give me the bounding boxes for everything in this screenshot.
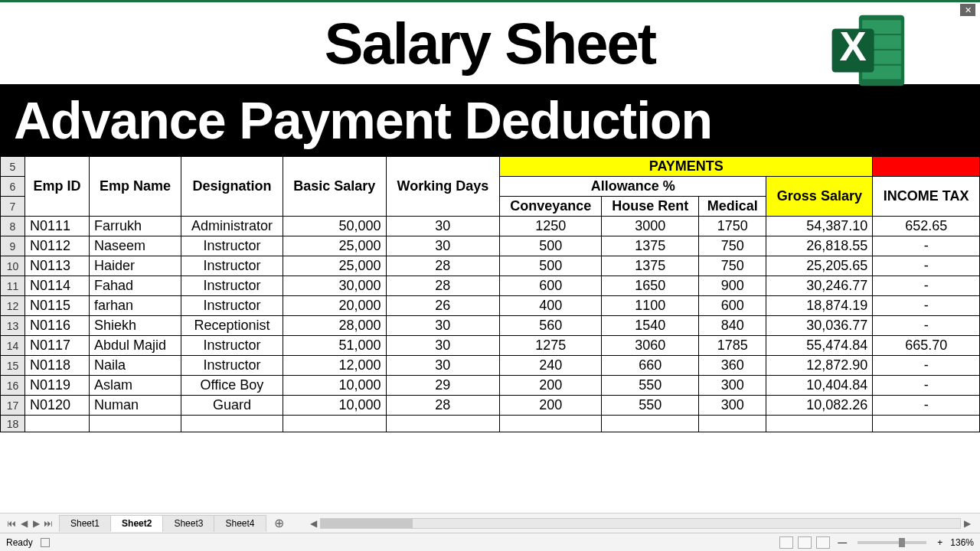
cell-house-rent[interactable]: 3060 (602, 336, 699, 356)
cell-designation[interactable]: Office Boy (181, 376, 283, 396)
cell-emp-name[interactable]: Farrukh (89, 217, 181, 236)
horizontal-scrollbar[interactable]: ◀ ▶ (307, 518, 975, 529)
red-header-cell[interactable] (873, 157, 980, 177)
cell-basic-salary[interactable]: 10,000 (283, 376, 386, 396)
cell-emp-name[interactable]: Naseem (89, 236, 181, 256)
cell-gross-salary[interactable]: 30,036.77 (766, 316, 873, 336)
cell-working-days[interactable]: 30 (386, 356, 500, 376)
cell-working-days[interactable]: 28 (386, 396, 500, 416)
cell-house-rent[interactable]: 660 (602, 356, 699, 376)
col-allowance[interactable]: Allowance % (500, 177, 766, 197)
macro-record-icon[interactable] (41, 538, 50, 547)
table-row[interactable]: 14N0117Abdul MajidInstructor51,000301275… (1, 336, 980, 356)
cell-gross-salary[interactable]: 55,474.84 (766, 336, 873, 356)
cell-designation[interactable]: Instructor (181, 236, 283, 256)
cell-conveyance[interactable]: 240 (500, 356, 602, 376)
cell-basic-salary[interactable]: 50,000 (283, 217, 386, 236)
cell-conveyance[interactable]: 600 (500, 276, 602, 296)
cell-medical[interactable]: 300 (698, 376, 766, 396)
cell-income-tax[interactable]: - (873, 396, 980, 416)
table-row[interactable]: 9N0112NaseemInstructor25,000305001375750… (1, 236, 980, 256)
cell-working-days[interactable]: 30 (386, 236, 500, 256)
cell-emp-id[interactable]: N0113 (25, 256, 90, 276)
view-page-layout-button[interactable] (798, 536, 812, 549)
row-number[interactable]: 16 (1, 376, 25, 396)
cell-basic-salary[interactable]: 28,000 (283, 316, 386, 336)
cell-emp-id[interactable]: N0118 (25, 356, 90, 376)
scroll-left-icon[interactable]: ◀ (307, 518, 320, 529)
zoom-slider[interactable] (858, 541, 926, 544)
scroll-thumb[interactable] (321, 519, 413, 528)
tab-sheet4[interactable]: Sheet4 (214, 515, 266, 532)
cell-conveyance[interactable]: 500 (500, 236, 602, 256)
cell-emp-name[interactable]: Naila (89, 356, 181, 376)
cell-emp-name[interactable]: Fahad (89, 276, 181, 296)
table-row[interactable]: 17N0120NumanGuard10,0002820055030010,082… (1, 396, 980, 416)
cell-emp-id[interactable]: N0112 (25, 236, 90, 256)
col-medical[interactable]: Medical (698, 197, 766, 217)
add-sheet-button[interactable]: ⊕ (266, 516, 292, 530)
table-row[interactable]: 10N0113HaiderInstructor25,00028500137575… (1, 256, 980, 276)
cell-basic-salary[interactable]: 12,000 (283, 356, 386, 376)
cell-medical[interactable]: 360 (698, 356, 766, 376)
cell-house-rent[interactable]: 1375 (602, 256, 699, 276)
cell-medical[interactable]: 1785 (698, 336, 766, 356)
row-number[interactable]: 18 (1, 416, 25, 432)
nav-last-icon[interactable]: ⏭ (43, 518, 54, 529)
cell-gross-salary[interactable]: 30,246.77 (766, 276, 873, 296)
cell-working-days[interactable]: 30 (386, 316, 500, 336)
row-number[interactable]: 11 (1, 276, 25, 296)
zoom-in-button[interactable]: + (934, 537, 946, 548)
cell-emp-id[interactable]: N0111 (25, 217, 90, 236)
cell-house-rent[interactable]: 550 (602, 396, 699, 416)
cell-designation[interactable]: Instructor (181, 296, 283, 316)
table-row[interactable]: 12N0115farhanInstructor20,00026400110060… (1, 296, 980, 316)
row-number[interactable]: 10 (1, 256, 25, 276)
cell-house-rent[interactable]: 3000 (602, 217, 699, 236)
cell-income-tax[interactable]: - (873, 256, 980, 276)
cell-working-days[interactable]: 30 (386, 217, 500, 236)
cell-medical[interactable]: 840 (698, 316, 766, 336)
cell-working-days[interactable]: 26 (386, 296, 500, 316)
row-number[interactable]: 6 (1, 177, 25, 197)
col-gross-salary[interactable]: Gross Salary (766, 177, 873, 217)
cell-conveyance[interactable]: 1250 (500, 217, 602, 236)
cell-income-tax[interactable]: - (873, 276, 980, 296)
view-page-break-button[interactable] (816, 536, 830, 549)
cell-house-rent[interactable]: 1375 (602, 236, 699, 256)
cell-gross-salary[interactable]: 10,404.84 (766, 376, 873, 396)
tab-sheet3[interactable]: Sheet3 (162, 515, 214, 532)
cell-emp-name[interactable]: Shiekh (89, 316, 181, 336)
col-conveyance[interactable]: Conveyance (500, 197, 602, 217)
cell-conveyance[interactable]: 200 (500, 376, 602, 396)
empty-row[interactable]: 18 (1, 416, 980, 432)
cell-emp-id[interactable]: N0120 (25, 396, 90, 416)
cell-emp-id[interactable]: N0119 (25, 376, 90, 396)
scroll-right-icon[interactable]: ▶ (961, 518, 974, 529)
cell-basic-salary[interactable]: 20,000 (283, 296, 386, 316)
cell-basic-salary[interactable]: 25,000 (283, 236, 386, 256)
cell-income-tax[interactable]: - (873, 296, 980, 316)
col-emp-name[interactable]: Emp Name (89, 157, 181, 217)
cell-gross-salary[interactable]: 18,874.19 (766, 296, 873, 316)
cell-income-tax[interactable]: - (873, 376, 980, 396)
cell-basic-salary[interactable]: 10,000 (283, 396, 386, 416)
cell-medical[interactable]: 750 (698, 236, 766, 256)
row-number[interactable]: 8 (1, 217, 25, 236)
row-number[interactable]: 17 (1, 396, 25, 416)
cell-conveyance[interactable]: 400 (500, 296, 602, 316)
tab-sheet1[interactable]: Sheet1 (59, 515, 111, 532)
cell-medical[interactable]: 300 (698, 396, 766, 416)
cell-emp-id[interactable]: N0114 (25, 276, 90, 296)
table-row[interactable]: 15N0118NailaInstructor12,000302406603601… (1, 356, 980, 376)
spreadsheet[interactable]: 5 Emp ID Emp Name Designation Basic Sala… (0, 156, 980, 513)
cell-designation[interactable]: Instructor (181, 336, 283, 356)
row-number[interactable]: 14 (1, 336, 25, 356)
table-row[interactable]: 8N0111FarrukhAdministrator50,00030125030… (1, 217, 980, 236)
cell-emp-name[interactable]: farhan (89, 296, 181, 316)
cell-gross-salary[interactable]: 54,387.10 (766, 217, 873, 236)
row-number[interactable]: 15 (1, 356, 25, 376)
cell-emp-name[interactable]: Abdul Majid (89, 336, 181, 356)
cell-emp-id[interactable]: N0116 (25, 316, 90, 336)
view-normal-button[interactable] (779, 536, 793, 549)
